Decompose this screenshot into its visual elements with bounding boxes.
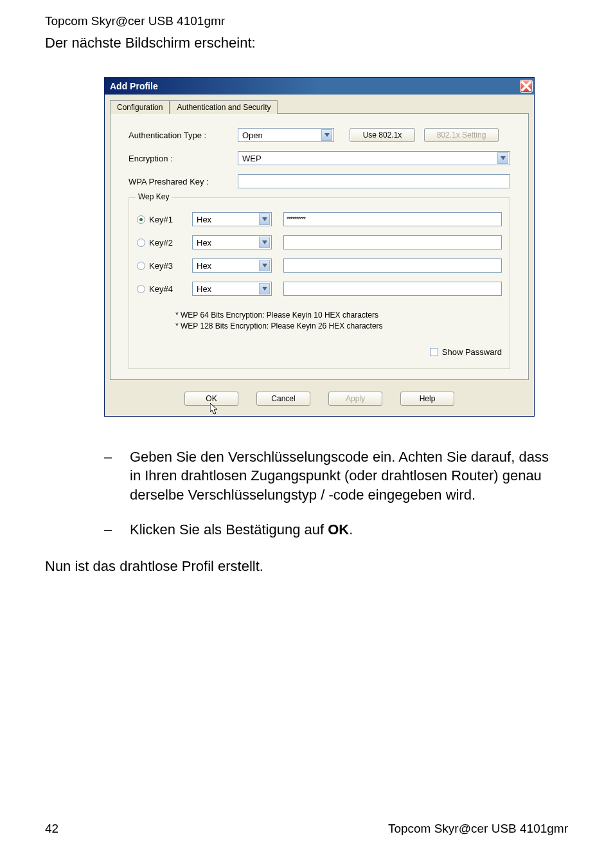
chevron-down-icon <box>259 237 270 248</box>
key2-value-input[interactable] <box>283 235 502 249</box>
bullet-2: Klicken Sie als Bestätigung auf OK. <box>130 520 353 539</box>
doc-header: Topcom Skyr@cer USB 4101gmr <box>45 14 568 28</box>
bullet-1: Geben Sie den Verschlüsselungscode ein. … <box>130 448 549 505</box>
help-button[interactable]: Help <box>400 392 454 406</box>
key1-radio[interactable]: Key#1 <box>137 215 192 224</box>
wep-key-group: Wep Key Key#1 Hex ********** Ke <box>129 197 510 369</box>
8021x-setting-button: 802.1x Setting <box>424 128 499 142</box>
chevron-down-icon <box>321 129 332 141</box>
wep-hints: * WEP 64 Bits Encryption: Please Keyin 1… <box>175 310 502 332</box>
key3-label: Key#3 <box>149 261 173 271</box>
tab-auth-security[interactable]: Authentication and Security <box>170 100 278 114</box>
auth-type-value: Open <box>242 131 263 140</box>
key2-label: Key#2 <box>149 238 173 248</box>
instruction-list: – Geben Sie den Verschlüsselungscode ein… <box>104 448 549 539</box>
chevron-down-icon <box>497 152 508 164</box>
page-number: 42 <box>45 822 58 836</box>
page-footer: 42 Topcom Skyr@cer USB 4101gmr <box>45 822 568 836</box>
tab-strip: Configuration Authentication and Securit… <box>105 95 534 113</box>
cancel-button[interactable]: Cancel <box>256 392 310 406</box>
encryption-value: WEP <box>242 154 262 163</box>
dialog-screenshot: Add Profile Configuration Authentication… <box>104 77 568 417</box>
cursor-icon <box>210 403 220 415</box>
key4-label: Key#4 <box>149 284 173 294</box>
chevron-down-icon <box>259 213 270 225</box>
encryption-label: Encryption : <box>129 154 238 163</box>
wep-hint-1: * WEP 64 Bits Encryption: Please Keyin 1… <box>175 310 502 321</box>
wpa-key-input[interactable] <box>238 174 510 188</box>
wep-hint-2: * WEP 128 Bits Encryption: Please Keyin … <box>175 321 502 332</box>
key4-radio[interactable]: Key#4 <box>137 284 192 294</box>
key1-label: Key#1 <box>149 215 173 224</box>
radio-icon <box>137 239 145 247</box>
wpa-key-label: WPA Preshared Key : <box>129 177 238 186</box>
footer-right: Topcom Skyr@cer USB 4101gmr <box>388 822 568 836</box>
key2-format: Hex <box>197 238 211 248</box>
auth-panel: Authentication Type : Open Use 802.1x 80… <box>110 113 529 380</box>
show-passward-label: Show Passward <box>442 347 502 357</box>
dialog-buttons: OK Cancel Apply Help <box>105 385 534 416</box>
tab-configuration[interactable]: Configuration <box>110 100 170 114</box>
key3-radio[interactable]: Key#3 <box>137 261 192 271</box>
key4-value-input[interactable] <box>283 282 502 296</box>
dialog-title: Add Profile <box>110 81 158 91</box>
titlebar: Add Profile <box>105 78 534 95</box>
key1-value-input[interactable]: ********** <box>283 212 502 226</box>
encryption-select[interactable]: WEP <box>238 151 510 165</box>
key3-format: Hex <box>197 261 211 271</box>
add-profile-dialog: Add Profile Configuration Authentication… <box>104 77 535 417</box>
key2-format-select[interactable]: Hex <box>192 235 272 249</box>
doc-intro: Der nächste Bildschirm erscheint: <box>45 35 568 51</box>
wep-key-legend: Wep Key <box>136 192 172 201</box>
radio-icon <box>137 215 145 224</box>
checkbox-icon <box>430 348 438 356</box>
close-icon[interactable] <box>520 80 533 93</box>
chevron-down-icon <box>259 260 270 271</box>
key1-format-select[interactable]: Hex <box>192 212 272 226</box>
key4-format-select[interactable]: Hex <box>192 282 272 296</box>
auth-type-select[interactable]: Open <box>238 128 334 142</box>
show-passward-checkbox[interactable]: Show Passward <box>137 347 502 357</box>
doc-final-line: Nun ist das drahtlose Profil erstellt. <box>45 558 568 575</box>
key2-radio[interactable]: Key#2 <box>137 238 192 248</box>
key1-format: Hex <box>197 215 211 224</box>
bullet-dash: – <box>104 448 130 505</box>
chevron-down-icon <box>259 283 270 294</box>
auth-type-label: Authentication Type : <box>129 131 238 140</box>
radio-icon <box>137 285 145 293</box>
apply-button: Apply <box>328 392 382 406</box>
key4-format: Hex <box>197 284 211 294</box>
use-8021x-button[interactable]: Use 802.1x <box>350 128 415 142</box>
key3-format-select[interactable]: Hex <box>192 258 272 273</box>
key3-value-input[interactable] <box>283 258 502 273</box>
bullet-dash: – <box>104 520 130 539</box>
radio-icon <box>137 262 145 270</box>
